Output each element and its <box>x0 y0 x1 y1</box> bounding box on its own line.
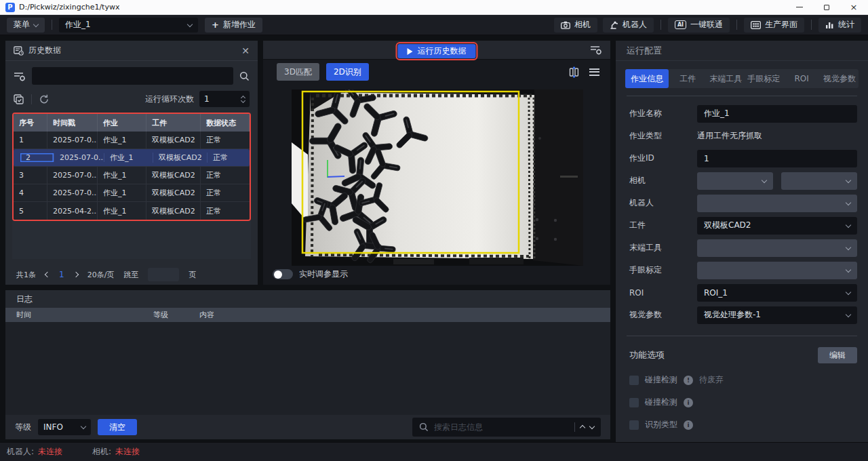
job-select-dropdown[interactable]: 作业_1 <box>59 18 198 33</box>
app-window: P D:/Pickwiz/zixingche1/tywx × 菜单 作业_1 +… <box>0 0 868 461</box>
history-search-input[interactable] <box>32 67 233 85</box>
table-row[interactable]: 1 2025-07-0... 作业_1 双模板CAD2 正常 <box>14 132 250 149</box>
recognition-type-checkbox[interactable] <box>629 420 639 430</box>
main-toolbar: 菜单 作业_1 + 新增作业 相机 机器人 AI 一键联通 <box>0 15 868 35</box>
camera-select-1[interactable] <box>697 172 773 190</box>
viewer-panel: 运行历史数据 3D匹配 2D识别 <box>263 41 610 285</box>
stats-button[interactable]: 统计 <box>818 18 861 33</box>
realtime-param-toggle[interactable] <box>273 269 293 279</box>
refresh-icon[interactable] <box>39 94 50 104</box>
search-next-icon[interactable] <box>589 424 595 429</box>
job-type-value: 通用工件无序抓取 <box>697 130 762 142</box>
divider <box>736 20 737 30</box>
workpiece-select[interactable]: 双模板CAD2 <box>697 217 857 235</box>
robot-button[interactable]: 机器人 <box>603 18 654 33</box>
edit-button[interactable]: 编辑 <box>818 347 857 363</box>
tab-hand-eye[interactable]: 手眼标定 <box>745 69 783 88</box>
table-header-row: 序号 时间戳 作业 工件 数据状态 <box>14 114 250 132</box>
collision-check-label-2: 碰撞检测 <box>645 397 677 408</box>
tab-vision-params[interactable]: 视觉参数 <box>821 69 859 88</box>
menu-list-icon[interactable] <box>589 68 599 76</box>
pagination-bar: 共1条 1 20条/页 跳至 页 <box>5 264 258 285</box>
cell-timestamp: 2025-07-0... <box>47 184 98 201</box>
minimize-button[interactable] <box>795 3 804 12</box>
loop-count-stepper[interactable]: 1 <box>199 91 250 107</box>
next-page-icon[interactable] <box>73 272 78 277</box>
window-title: D:/Pickwiz/zixingche1/tywx <box>19 3 119 12</box>
search-icon[interactable] <box>239 71 250 81</box>
current-page[interactable]: 1 <box>59 270 64 279</box>
config-panel-title: 运行配置 <box>627 45 662 57</box>
per-page-label: 20条/页 <box>87 270 115 280</box>
collision-check-label-1: 碰撞检测 <box>645 374 677 386</box>
camera-button[interactable]: 相机 <box>554 18 597 33</box>
chevron-down-icon <box>81 424 86 429</box>
add-job-label: 新增作业 <box>223 19 256 31</box>
cell-index: 4 <box>14 184 47 201</box>
log-level-select[interactable]: INFO <box>38 419 91 435</box>
hand-eye-field-label: 手眼标定 <box>629 264 697 276</box>
collision-check-checkbox-1[interactable] <box>629 376 639 385</box>
robot-button-label: 机器人 <box>623 19 647 31</box>
run-history-data-button[interactable]: 运行历史数据 <box>398 44 476 58</box>
vision-param-select[interactable]: 视觉处理参数-1 <box>697 306 857 324</box>
cell-index: 3 <box>14 167 47 184</box>
history-table: 序号 时间戳 作业 工件 数据状态 1 2025-07-0... 作业_1 双模… <box>12 113 251 221</box>
cell-status: 正常 <box>201 167 250 184</box>
tab-job-info[interactable]: 作业信息 <box>625 69 669 88</box>
image-compare-icon[interactable] <box>568 66 580 78</box>
ai-connect-button[interactable]: AI 一键联通 <box>668 18 730 33</box>
tab-workpiece[interactable]: 工件 <box>669 69 707 88</box>
robot-status-value: 未连接 <box>38 446 62 458</box>
search-prev-icon[interactable] <box>580 425 585 430</box>
cell-status: 正常 <box>201 184 250 201</box>
cell-job: 作业_1 <box>98 202 146 220</box>
robot-select[interactable] <box>697 195 857 212</box>
add-job-button[interactable]: + 新增作业 <box>205 18 262 33</box>
cell-job: 作业_1 <box>98 132 146 148</box>
tab-3d-match[interactable]: 3D匹配 <box>277 63 319 81</box>
cell-workpiece: 双模板CAD2 <box>146 202 201 220</box>
collision-check-checkbox-2[interactable] <box>629 398 639 407</box>
log-search-input[interactable] <box>434 422 569 432</box>
cell-status: 正常 <box>201 202 250 220</box>
job-id-input[interactable] <box>697 150 857 167</box>
table-row-selected[interactable]: 2 2025-07-0... 作业_1 双模板CAD2 正常 <box>14 149 250 167</box>
cell-job: 作业_1 <box>98 167 146 184</box>
camera-status-label: 相机: <box>92 446 111 458</box>
clear-log-button[interactable]: 清空 <box>98 419 137 435</box>
maximize-button[interactable] <box>822 3 831 12</box>
prev-page-icon[interactable] <box>45 272 50 277</box>
cell-status: 正常 <box>201 132 250 148</box>
tab-roi[interactable]: ROI <box>783 69 821 88</box>
hand-eye-select[interactable] <box>697 262 857 279</box>
history-close-icon[interactable]: ✕ <box>241 46 250 56</box>
filter-settings-icon[interactable] <box>14 71 26 81</box>
tab-2d-recognition[interactable]: 2D识别 <box>326 63 369 81</box>
production-screen-button[interactable]: 生产界面 <box>744 18 804 33</box>
deprecated-note: 待废弃 <box>699 374 724 386</box>
table-row[interactable]: 5 2025-04-2... 作业_1 双模板CAD2 正常 <box>14 202 250 220</box>
batch-select-icon[interactable] <box>14 94 24 104</box>
jump-page-input[interactable] <box>148 268 179 281</box>
camera-select-2[interactable] <box>781 172 857 190</box>
cell-index: 5 <box>14 202 47 220</box>
table-row[interactable]: 4 2025-07-0... 作业_1 双模板CAD2 正常 <box>14 184 250 202</box>
roi-select[interactable]: ROI_1 <box>697 284 857 302</box>
display-settings-icon[interactable] <box>590 45 602 55</box>
warning-icon: ! <box>684 376 693 385</box>
divider <box>811 20 812 30</box>
recognition-type-label: 识别类型 <box>645 419 677 430</box>
col-header: 序号 <box>14 114 47 132</box>
divider <box>31 94 32 104</box>
close-button[interactable]: × <box>849 3 859 12</box>
menu-button[interactable]: 菜单 <box>7 18 45 33</box>
config-tab-bar: 作业信息 工件 末端工具 手眼标定 ROI 视觉参数 <box>625 69 859 88</box>
end-tool-select[interactable] <box>697 239 857 257</box>
divider <box>627 336 857 336</box>
table-row[interactable]: 3 2025-07-0... 作业_1 双模板CAD2 正常 <box>14 167 250 184</box>
camera-image[interactable] <box>292 89 583 266</box>
tab-end-tool[interactable]: 末端工具 <box>707 69 745 88</box>
play-icon <box>408 48 413 55</box>
job-name-input[interactable] <box>697 105 857 123</box>
